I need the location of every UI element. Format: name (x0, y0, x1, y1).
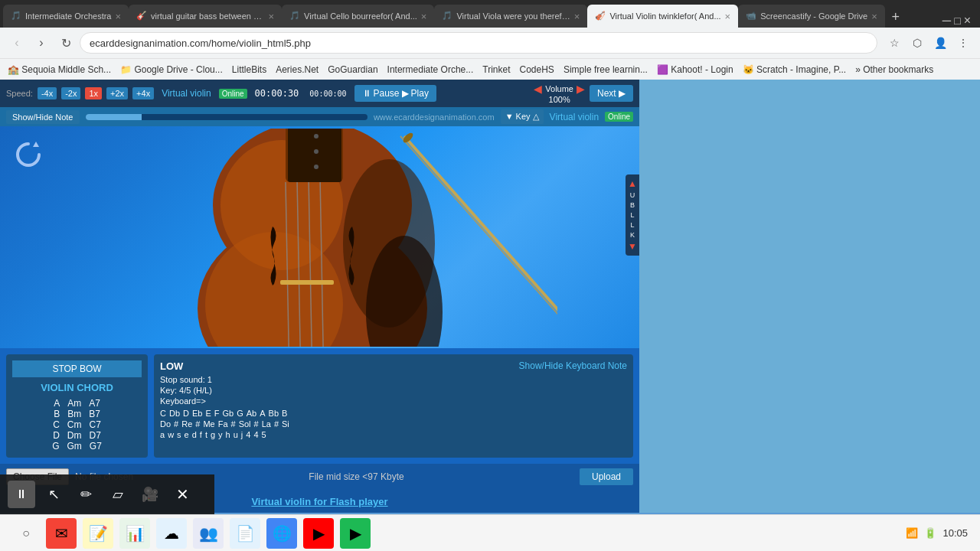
minimize-button[interactable]: ─ (942, 14, 951, 28)
solfege-re[interactable]: Re (181, 419, 192, 429)
note-e[interactable]: E (205, 409, 211, 418)
key-g[interactable]: g (211, 430, 215, 439)
note-c[interactable]: C (160, 409, 166, 418)
close-window-button[interactable]: × (964, 14, 971, 28)
chord-a[interactable]: A (54, 398, 60, 409)
tab-screencastify[interactable]: 📹 Screencastify - Google Drive × (738, 5, 885, 28)
battery-indicator[interactable]: 🔋 (924, 527, 936, 539)
speed-plus2[interactable]: +2x (106, 87, 128, 99)
key-e[interactable]: e (185, 430, 189, 439)
tab-intermediate-orchestra[interactable]: 🎵 Intermediate Orchestra × (3, 5, 129, 28)
key-t[interactable]: t (205, 430, 207, 439)
tab-close-6[interactable]: × (871, 11, 877, 22)
note-gb[interactable]: Gb (223, 409, 234, 418)
key-button[interactable]: ▼ Key △ (501, 109, 544, 124)
note-a[interactable]: A (260, 409, 265, 418)
launcher-button[interactable]: ○ (12, 520, 40, 547)
solfege-do[interactable]: Do (160, 419, 171, 429)
note-eb[interactable]: Eb (192, 409, 202, 418)
network-indicator[interactable]: 📶 (906, 527, 918, 539)
docs-app-icon[interactable]: 📄 (230, 518, 260, 549)
gmail-app-icon[interactable]: ✉ (46, 518, 77, 549)
refresh-button[interactable]: ↻ (55, 32, 77, 54)
note-f[interactable]: F (214, 409, 220, 418)
bookmark-trinket[interactable]: Trinket (482, 64, 510, 75)
play-app-icon[interactable]: ▶ (340, 518, 371, 549)
maximize-button[interactable]: □ (954, 15, 960, 27)
key-5[interactable]: 5 (262, 430, 266, 439)
chord-a7[interactable]: A7 (89, 398, 100, 409)
flash-player-link[interactable]: Virtual violin for Flash player (251, 496, 387, 507)
pause-play-button[interactable]: ⏸ Pause ▶ Play (354, 85, 436, 102)
solfege-me[interactable]: Me (203, 419, 214, 429)
profile-icon[interactable]: 👤 (929, 32, 951, 54)
speed-1x[interactable]: 1x (85, 87, 102, 99)
chord-am[interactable]: Am (67, 398, 81, 409)
tab-close-4[interactable]: × (574, 11, 580, 22)
key-s[interactable]: s (177, 430, 181, 439)
show-hide-keyboard-note[interactable]: Show/Hide Keyboard Note (519, 360, 627, 372)
note-bb[interactable]: Bb (269, 409, 279, 418)
key-w[interactable]: w (168, 430, 174, 439)
tab-cello[interactable]: 🎵 Virtual Cello bourreefor( And... × (282, 5, 434, 28)
sheets-app-icon[interactable]: 📊 (119, 518, 150, 549)
upload-button[interactable]: Upload (580, 468, 633, 485)
new-tab-button[interactable]: + (885, 6, 906, 28)
solfege-sol[interactable]: Sol (239, 419, 251, 429)
key-y[interactable]: y (218, 430, 223, 439)
next-button[interactable]: Next ▶ (590, 85, 633, 102)
bookmark-star-icon[interactable]: ☆ (884, 32, 905, 54)
chord-cm[interactable]: Cm (67, 419, 82, 430)
keep-app-icon[interactable]: 📝 (83, 518, 113, 549)
bookmark-littlebits[interactable]: LittleBits (232, 64, 266, 75)
note-ab[interactable]: Ab (247, 409, 256, 418)
solfege-fa[interactable]: Fa (218, 419, 228, 429)
speed-plus4[interactable]: +4x (132, 87, 154, 99)
chord-c[interactable]: C (53, 419, 60, 430)
screencastify-pen-tool[interactable]: ✏ (72, 481, 100, 508)
chord-c7[interactable]: C7 (90, 419, 101, 430)
tab-close-1[interactable]: × (116, 11, 122, 22)
bookmark-kahoot[interactable]: 🟪 Kahoot! - Login (657, 64, 733, 75)
tab-violin-active[interactable]: 🎻 Virtual Violin twinklefor( And... × (587, 5, 738, 28)
bookmark-sequoia[interactable]: 🏫 Sequoia Middle Sch... (8, 64, 111, 75)
key-j[interactable]: j (241, 430, 243, 439)
show-hide-note-button[interactable]: Show/Hide Note (6, 110, 80, 124)
chord-d7[interactable]: D7 (90, 430, 101, 441)
bookmark-scratch[interactable]: 🐱 Scratch - Imagine, P... (743, 64, 847, 75)
note-b[interactable]: B (282, 409, 287, 418)
extensions-icon[interactable]: ⬡ (906, 32, 928, 54)
tab-viola[interactable]: 🎵 Virtual Viola were you therefo... × (434, 5, 587, 28)
solfege-la[interactable]: La (262, 419, 271, 429)
tab-guitar[interactable]: 🎸 virtual guitar bass between u... × (129, 5, 282, 28)
bookmark-codehs[interactable]: CodeHS (520, 64, 554, 75)
side-nav-up-arrow[interactable]: ▲ (628, 178, 637, 189)
key-f[interactable]: f (200, 430, 202, 439)
replay-button[interactable] (11, 138, 46, 175)
bookmark-gdrive[interactable]: 📁 Google Drive - Clou... (120, 64, 223, 75)
chord-g[interactable]: G (52, 441, 59, 452)
volume-down-arrow[interactable]: ▶ (577, 83, 585, 95)
key-4b[interactable]: 4 (253, 430, 258, 439)
chrome-app-icon[interactable]: 🌐 (266, 518, 297, 549)
side-nav-down-arrow[interactable]: ▼ (628, 241, 637, 252)
note-d[interactable]: D (183, 409, 189, 418)
chord-b[interactable]: B (54, 409, 60, 419)
chord-d[interactable]: D (53, 430, 60, 441)
settings-icon[interactable]: ⋮ (952, 32, 974, 54)
screencastify-close-button[interactable]: ✕ (168, 481, 196, 508)
bookmark-other[interactable]: » Other bookmarks (855, 64, 933, 75)
key-d[interactable]: d (192, 430, 197, 439)
key-4[interactable]: 4 (246, 430, 250, 439)
drive-app-icon[interactable]: ☁ (156, 518, 187, 549)
screencastify-pause-button[interactable]: ⏸ (8, 481, 35, 508)
tab-close-5[interactable]: × (725, 11, 731, 22)
back-button[interactable]: ‹ (6, 32, 28, 54)
bookmark-goguardian[interactable]: GoGuardian (328, 64, 377, 75)
stop-bow-button[interactable]: STOP BOW (12, 360, 142, 377)
chord-bm[interactable]: Bm (67, 409, 81, 419)
bookmark-simple[interactable]: Simple free learnin... (564, 64, 648, 75)
chord-g7[interactable]: G7 (90, 441, 102, 452)
progress-bar[interactable] (86, 114, 368, 120)
bookmark-orchestra[interactable]: Intermediate Orche... (387, 64, 474, 75)
